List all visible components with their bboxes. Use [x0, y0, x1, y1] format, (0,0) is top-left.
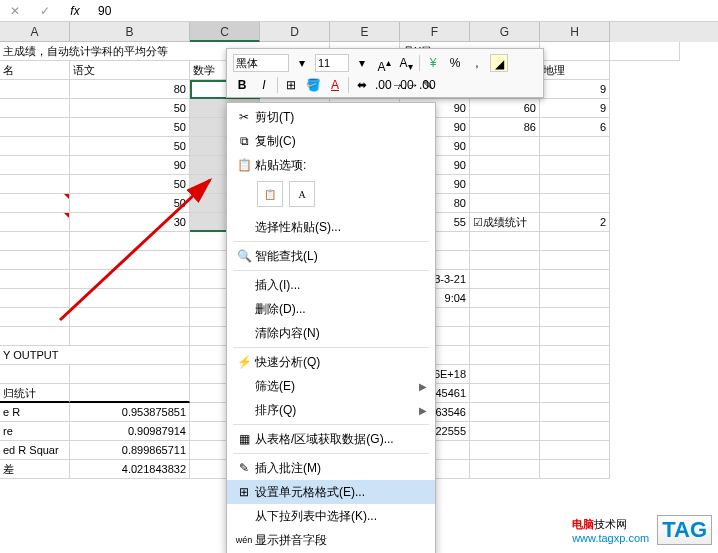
cell[interactable]: [0, 308, 70, 327]
menu-sort[interactable]: 排序(Q)▶: [227, 398, 435, 422]
percent-icon[interactable]: %: [446, 54, 464, 72]
col-A[interactable]: A: [0, 22, 70, 42]
col-F[interactable]: F: [400, 22, 470, 42]
cell[interactable]: [70, 289, 190, 308]
cell[interactable]: [540, 232, 610, 251]
cell[interactable]: 0.899865711: [70, 441, 190, 460]
cell[interactable]: Y OUTPUT: [0, 346, 190, 365]
menu-paste-special[interactable]: 选择性粘贴(S)...: [227, 215, 435, 239]
cell[interactable]: [540, 137, 610, 156]
menu-smart-lookup[interactable]: 🔍智能查找(L): [227, 244, 435, 268]
cell[interactable]: [0, 194, 70, 213]
cell[interactable]: [540, 308, 610, 327]
cell[interactable]: 语文: [70, 61, 190, 80]
cell[interactable]: [0, 289, 70, 308]
paste-option-values[interactable]: A: [289, 181, 315, 207]
cell[interactable]: [470, 403, 540, 422]
col-H[interactable]: H: [540, 22, 610, 42]
cell[interactable]: [540, 270, 610, 289]
cell[interactable]: 30: [70, 213, 190, 232]
cell[interactable]: [470, 251, 540, 270]
cell[interactable]: [470, 308, 540, 327]
cell[interactable]: [540, 403, 610, 422]
fill-color-picker-icon[interactable]: 🪣: [304, 76, 322, 94]
cell[interactable]: 60: [470, 99, 540, 118]
font-color-icon[interactable]: A: [326, 76, 344, 94]
cell[interactable]: [540, 327, 610, 346]
cell[interactable]: [470, 365, 540, 384]
cell[interactable]: [470, 441, 540, 460]
bold-icon[interactable]: B: [233, 76, 251, 94]
cell[interactable]: [470, 327, 540, 346]
cell[interactable]: [470, 175, 540, 194]
cell[interactable]: [70, 232, 190, 251]
menu-copy[interactable]: ⧉复制(C): [227, 129, 435, 153]
cell[interactable]: [470, 137, 540, 156]
cell[interactable]: 9: [540, 80, 610, 99]
cell[interactable]: [0, 270, 70, 289]
comma-icon[interactable]: ,: [468, 54, 486, 72]
border-icon[interactable]: ⊞: [282, 76, 300, 94]
col-E[interactable]: E: [330, 22, 400, 42]
cell[interactable]: [470, 384, 540, 403]
cell[interactable]: [0, 327, 70, 346]
cell[interactable]: [540, 384, 610, 403]
format-painter-icon[interactable]: ✎: [419, 76, 437, 94]
cell[interactable]: [0, 232, 70, 251]
menu-show-pinyin[interactable]: wén显示拼音字段: [227, 528, 435, 552]
cell[interactable]: [540, 460, 610, 479]
cell[interactable]: ed R Squar: [0, 441, 70, 460]
cell[interactable]: [0, 365, 70, 384]
col-B[interactable]: B: [70, 22, 190, 42]
menu-format-cells[interactable]: ⊞设置单元格格式(E)...: [227, 480, 435, 504]
menu-filter[interactable]: 筛选(E)▶: [227, 374, 435, 398]
cell[interactable]: 50: [70, 118, 190, 137]
cell[interactable]: [0, 213, 70, 232]
menu-quick-analysis[interactable]: ⚡快速分析(Q): [227, 350, 435, 374]
cell[interactable]: [470, 194, 540, 213]
cell[interactable]: 80: [70, 80, 190, 99]
menu-get-from-table[interactable]: ▦从表格/区域获取数据(G)...: [227, 427, 435, 451]
col-G[interactable]: G: [470, 22, 540, 42]
col-C[interactable]: C: [190, 22, 260, 42]
cell[interactable]: [470, 289, 540, 308]
fill-color-icon[interactable]: ◢: [490, 54, 508, 72]
italic-icon[interactable]: I: [255, 76, 273, 94]
cell[interactable]: 差: [0, 460, 70, 479]
cell[interactable]: [0, 251, 70, 270]
cell[interactable]: 86: [470, 118, 540, 137]
cell[interactable]: 9: [540, 99, 610, 118]
menu-pick-from-list[interactable]: 从下拉列表中选择(K)...: [227, 504, 435, 528]
font-select[interactable]: [233, 54, 289, 72]
cell[interactable]: [470, 346, 540, 365]
cell[interactable]: e R: [0, 403, 70, 422]
cell[interactable]: 名: [0, 61, 70, 80]
cell[interactable]: [70, 327, 190, 346]
chevron-down-icon[interactable]: ▾: [293, 54, 311, 72]
confirm-edit-icon[interactable]: ✓: [30, 4, 60, 18]
font-size-select[interactable]: [315, 54, 349, 72]
menu-clear[interactable]: 清除内容(N): [227, 321, 435, 345]
cell[interactable]: [540, 251, 610, 270]
cell[interactable]: [0, 118, 70, 137]
cell[interactable]: 50: [70, 194, 190, 213]
cell[interactable]: 0.90987914: [70, 422, 190, 441]
cell[interactable]: [0, 175, 70, 194]
col-D[interactable]: D: [260, 22, 330, 42]
cell[interactable]: [70, 270, 190, 289]
cell[interactable]: [610, 42, 680, 61]
cell[interactable]: [540, 194, 610, 213]
chevron-down-icon[interactable]: ▾: [353, 54, 371, 72]
currency-icon[interactable]: ¥: [424, 54, 442, 72]
cell[interactable]: [70, 365, 190, 384]
cell[interactable]: [70, 384, 190, 403]
cell[interactable]: [540, 42, 610, 61]
merge-icon[interactable]: ⬌: [353, 76, 371, 94]
cell[interactable]: ☑成绩统计: [470, 213, 540, 232]
cell[interactable]: re: [0, 422, 70, 441]
cell[interactable]: 地理: [540, 61, 610, 80]
cell[interactable]: [0, 156, 70, 175]
cell[interactable]: [70, 251, 190, 270]
cell[interactable]: [540, 346, 610, 365]
cell[interactable]: 50: [70, 175, 190, 194]
